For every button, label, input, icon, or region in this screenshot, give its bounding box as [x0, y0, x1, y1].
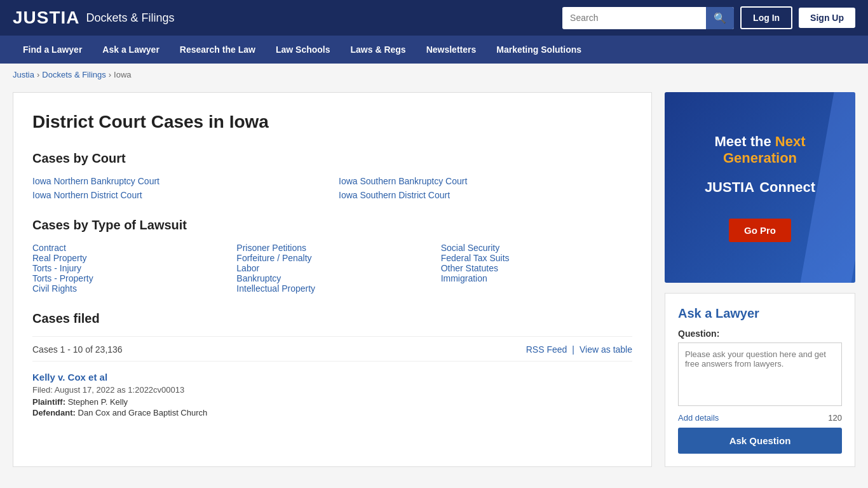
sidebar: Meet the Next Generation JUSTIA Connect … [665, 92, 855, 467]
nav-find-lawyer[interactable]: Find a Lawyer [13, 36, 92, 64]
defendant-value: Dan Cox and Grace Baptist Church [78, 408, 208, 417]
cases-filed-section: Cases filed Cases 1 - 10 of 23,136 RSS F… [32, 311, 632, 429]
search-box: 🔍 [562, 7, 734, 29]
nav-law-schools[interactable]: Law Schools [266, 36, 341, 64]
question-label: Question: [678, 329, 842, 339]
header-right: 🔍 Log In Sign Up [562, 6, 855, 29]
lawsuit-torts-property[interactable]: Torts - Property [32, 273, 93, 283]
case-title[interactable]: Kelly v. Cox et al [32, 372, 632, 383]
cases-by-court-section: Cases by Court Iowa Northern Bankruptcy … [32, 151, 632, 200]
cases-by-lawsuit-section: Cases by Type of Lawsuit Contract Real P… [32, 218, 632, 294]
view-as-table-link[interactable]: View as table [580, 344, 632, 355]
lawsuit-bankruptcy[interactable]: Bankruptcy [236, 273, 281, 283]
nav-research-law[interactable]: Research the Law [170, 36, 266, 64]
ad-connect-text: Connect [759, 179, 815, 196]
lawsuit-prisoner[interactable]: Prisoner Petitions [236, 243, 306, 253]
nav-laws-regs[interactable]: Laws & Regs [341, 36, 416, 64]
lawsuit-intellectual[interactable]: Intellectual Property [236, 283, 315, 294]
lawsuit-col1: Contract Real Property Torts - Injury To… [32, 243, 224, 294]
case-item: Kelly v. Cox et al Filed: August 17, 202… [32, 361, 632, 429]
header: JUSTIA Dockets & Filings 🔍 Log In Sign U… [0, 0, 868, 36]
breadcrumb-current: Iowa [114, 70, 131, 79]
add-details-row: Add details 120 [678, 413, 842, 423]
cases-filed-title: Cases filed [32, 311, 632, 326]
court-iowa-southern-district[interactable]: Iowa Southern District Court [339, 190, 632, 200]
ad-banner: Meet the Next Generation JUSTIA Connect … [665, 92, 855, 283]
lawsuit-real-property[interactable]: Real Property [32, 253, 87, 263]
breadcrumb-justia[interactable]: Justia [13, 70, 34, 79]
lawsuit-other-statutes[interactable]: Other Statutes [441, 263, 498, 273]
defendant-label: Defendant: [32, 408, 76, 417]
question-textarea[interactable] [678, 342, 842, 406]
plaintiff-value: Stephen P. Kelly [68, 397, 128, 407]
ask-question-button[interactable]: Ask Question [678, 428, 842, 454]
lawsuit-federal-tax[interactable]: Federal Tax Suits [441, 253, 510, 263]
login-button[interactable]: Log In [740, 6, 792, 29]
search-input[interactable] [562, 8, 706, 28]
lawsuit-immigration[interactable]: Immigration [441, 273, 487, 283]
page-title: District Court Cases in Iowa [32, 112, 632, 132]
breadcrumb-sep-1: › [37, 70, 39, 79]
lawsuit-contract[interactable]: Contract [32, 243, 66, 253]
lawsuit-forfeiture[interactable]: Forfeiture / Penalty [236, 253, 311, 263]
cases-by-court-title: Cases by Court [32, 151, 632, 166]
lawsuit-col2: Prisoner Petitions Forfeiture / Penalty … [236, 243, 428, 294]
main-layout: District Court Cases in Iowa Cases by Co… [0, 86, 868, 480]
lawsuit-labor[interactable]: Labor [236, 263, 259, 273]
case-defendant: Defendant: Dan Cox and Grace Baptist Chu… [32, 408, 632, 417]
signup-button[interactable]: Sign Up [799, 8, 855, 28]
case-plaintiff: Plaintiff: Stephen P. Kelly [32, 397, 632, 407]
court-iowa-northern-district[interactable]: Iowa Northern District Court [32, 190, 326, 200]
ad-justia-text: JUSTIA [705, 179, 754, 196]
lawsuit-civil-rights[interactable]: Civil Rights [32, 283, 77, 294]
logo-area: JUSTIA Dockets & Filings [13, 8, 175, 28]
case-filed: Filed: August 17, 2022 as 1:2022cv00013 [32, 385, 632, 395]
ad-meet-line: Meet the Next Generation [677, 133, 843, 166]
court-grid: Iowa Northern Bankruptcy Court Iowa Sout… [32, 176, 632, 200]
nav-marketing[interactable]: Marketing Solutions [486, 36, 592, 64]
search-button[interactable]: 🔍 [706, 7, 734, 29]
go-pro-button[interactable]: Go Pro [729, 219, 791, 242]
main-nav: Find a Lawyer Ask a Lawyer Research the … [0, 36, 868, 64]
breadcrumb-dockets[interactable]: Dockets & Filings [42, 70, 105, 79]
cases-count: Cases 1 - 10 of 23,136 [32, 344, 123, 355]
ad-justia-connect: JUSTIA Connect [705, 179, 815, 196]
cases-actions: RSS Feed | View as table [526, 344, 632, 355]
nav-newsletters[interactable]: Newsletters [416, 36, 487, 64]
cases-action-sep: | [572, 344, 574, 355]
divider [32, 336, 632, 337]
rss-feed-link[interactable]: RSS Feed [526, 344, 567, 355]
lawsuit-torts-injury[interactable]: Torts - Injury [32, 263, 81, 273]
court-iowa-southern-bankruptcy[interactable]: Iowa Southern Bankruptcy Court [339, 176, 632, 186]
nav-ask-lawyer[interactable]: Ask a Lawyer [92, 36, 170, 64]
logo[interactable]: JUSTIA [13, 8, 80, 28]
content-area: District Court Cases in Iowa Cases by Co… [13, 92, 652, 467]
lawsuit-social-security[interactable]: Social Security [441, 243, 500, 253]
lawsuit-grid: Contract Real Property Torts - Injury To… [32, 243, 632, 294]
breadcrumb-sep-2: › [109, 70, 111, 79]
ad-meet-text: Meet the [714, 133, 771, 149]
lawsuit-col3: Social Security Federal Tax Suits Other … [441, 243, 632, 294]
cases-filed-header: Cases 1 - 10 of 23,136 RSS Feed | View a… [32, 344, 632, 355]
ask-lawyer-title: Ask a Lawyer [678, 306, 842, 321]
court-iowa-northern-bankruptcy[interactable]: Iowa Northern Bankruptcy Court [32, 176, 326, 186]
ask-lawyer-panel: Ask a Lawyer Question: Add details 120 A… [665, 293, 855, 467]
add-details-link[interactable]: Add details [678, 413, 719, 423]
logo-subtitle: Dockets & Filings [86, 11, 175, 25]
char-count: 120 [828, 413, 842, 423]
plaintiff-label: Plaintiff: [32, 397, 65, 407]
cases-by-lawsuit-title: Cases by Type of Lawsuit [32, 218, 632, 233]
breadcrumb: Justia › Dockets & Filings › Iowa [0, 64, 868, 86]
